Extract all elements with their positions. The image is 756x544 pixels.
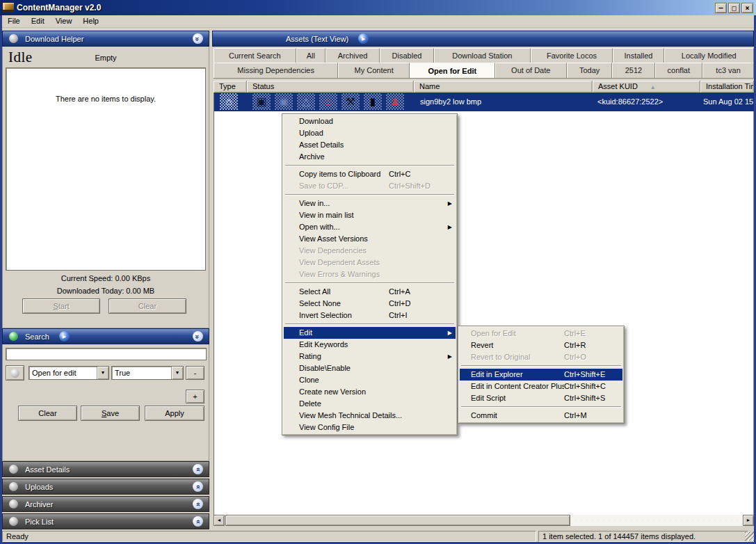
menu-item-disable-enable[interactable]: Disable\Enable (284, 362, 456, 374)
menu-item-edit-in-content-creator-plus[interactable]: Edit in Content Creator PlusCtrl+Shift+C (460, 381, 622, 392)
menu-help[interactable]: Help (77, 15, 104, 27)
menu-item-rating[interactable]: Rating▶ (284, 351, 456, 362)
search-apply-button[interactable]: Apply (145, 406, 204, 421)
menu-item-view-mesh-technical-details[interactable]: View Mesh Technical Details... (284, 410, 456, 422)
resize-grip[interactable] (745, 531, 754, 541)
menu-item-create-new-version[interactable]: Create new Version (284, 386, 456, 398)
run-view-icon[interactable] (358, 33, 369, 44)
menu-item-label: Save to CDP... (299, 180, 389, 192)
tab-all[interactable]: All (296, 48, 326, 63)
scroll-left-icon[interactable]: ◄ (214, 515, 225, 526)
menu-item-asset-details[interactable]: Asset Details (284, 139, 456, 151)
search-save-button[interactable]: Save (81, 406, 140, 421)
tab-installed[interactable]: Installed (613, 48, 663, 63)
chevron-up-icon[interactable] (193, 464, 203, 474)
tab-missing-dependencies[interactable]: Missing Dependencies (214, 63, 338, 78)
clear-downloads-button[interactable]: Clear (108, 298, 186, 314)
search-query-input[interactable] (6, 348, 207, 360)
submenu-arrow-icon: ▶ (448, 198, 452, 209)
column-header-name[interactable]: Name (414, 81, 593, 93)
tab-tc3-van[interactable]: tc3 van (702, 63, 754, 78)
chevron-up-icon[interactable] (193, 516, 203, 527)
menu-item-select-none[interactable]: Select NoneCtrl+D (284, 298, 456, 310)
maximize-button[interactable]: □ (728, 3, 740, 13)
tab-my-content[interactable]: My Content (338, 63, 410, 78)
statusbar: Ready 1 item selected. 1 of 144457 items… (2, 530, 754, 543)
menu-item-label: Disable\Enable (299, 362, 443, 374)
tab-conflat[interactable]: conflat (655, 63, 703, 78)
tab-favorite-locos[interactable]: Favorite Locos (531, 48, 613, 63)
tab-disabled[interactable]: Disabled (380, 48, 434, 63)
chevron-down-icon[interactable] (193, 33, 203, 44)
titlebar[interactable]: ContentManager v2.0 – □ × (0, 0, 756, 15)
menu-item-commit[interactable]: CommitCtrl+M (460, 410, 622, 422)
menu-item-download[interactable]: Download (284, 115, 456, 127)
chevron-down-icon[interactable]: ▼ (171, 367, 183, 379)
menu-item-open-with[interactable]: Open with...▶ (284, 221, 456, 233)
panel-header-uploads[interactable]: Uploads (2, 479, 209, 495)
chevron-up-icon[interactable] (193, 499, 203, 509)
tab-download-station[interactable]: Download Station (434, 48, 531, 63)
column-header-status[interactable]: Status (247, 81, 414, 93)
chevron-up-icon[interactable] (193, 481, 203, 492)
tab-2512[interactable]: 2512 (612, 63, 654, 78)
horizontal-scrollbar[interactable]: ◄ ► (214, 515, 754, 526)
menu-item-revert[interactable]: RevertCtrl+R (460, 339, 622, 351)
download-helper-header[interactable]: Download Helper (2, 31, 209, 47)
criteria-field-dropdown[interactable]: Open for edit ▼ (29, 366, 109, 380)
tab-out-of-date[interactable]: Out of Date (495, 63, 567, 78)
menu-item-edit[interactable]: Edit▶ (284, 327, 456, 339)
menu-file[interactable]: File (2, 15, 26, 27)
chevron-down-icon[interactable] (193, 331, 203, 342)
menu-item-view-in-main-list[interactable]: View in main list (284, 209, 456, 221)
menu-item-archive[interactable]: Archive (284, 151, 456, 163)
panel-title: Uploads (25, 483, 53, 491)
menu-item-view-asset-versions[interactable]: View Asset Versions (284, 233, 456, 245)
panel-header-pick-list[interactable]: Pick List (2, 513, 209, 529)
search-header[interactable]: Search (2, 328, 209, 344)
column-header-type[interactable]: Type (214, 81, 247, 93)
assets-header[interactable]: Assets (Text View) (212, 31, 754, 47)
download-queue-list[interactable]: There are no items to display. (6, 67, 206, 271)
menu-item-view-in[interactable]: View in...▶ (284, 198, 456, 209)
menu-item-delete[interactable]: Delete (284, 398, 456, 410)
tab-locally-modified[interactable]: Locally Modified (664, 48, 754, 63)
menu-item-upload[interactable]: Upload (284, 127, 456, 139)
menu-item-edit-in-explorer[interactable]: Edit in ExplorerCtrl+Shift+E (460, 369, 622, 381)
search-criteria-toggle[interactable] (6, 365, 24, 381)
close-button[interactable]: × (741, 3, 753, 13)
minimize-button[interactable]: – (715, 3, 727, 13)
panel-header-asset-details[interactable]: Asset Details (2, 461, 209, 477)
add-criteria-button[interactable]: + (186, 390, 204, 403)
run-search-icon[interactable] (59, 331, 70, 342)
scroll-right-icon[interactable]: ► (743, 515, 754, 526)
menu-edit[interactable]: Edit (26, 15, 50, 27)
tab-today[interactable]: Today (567, 63, 613, 78)
empty-list-message: There are no items to display. (6, 95, 205, 103)
tab-archived[interactable]: Archived (325, 48, 380, 63)
panel-title: Pick List (25, 518, 54, 526)
menu-item-edit-script[interactable]: Edit ScriptCtrl+Shift+S (460, 392, 622, 404)
tab-open-for-edit[interactable]: Open for Edit (410, 63, 495, 78)
panel-header-archiver[interactable]: Archiver (2, 496, 209, 512)
menu-item-copy-items-to-clipboard[interactable]: Copy items to ClipboardCtrl+C (284, 168, 456, 180)
menu-item-select-all[interactable]: Select AllCtrl+A (284, 286, 456, 298)
start-button[interactable]: Start (22, 298, 100, 314)
menu-item-clone[interactable]: Clone (284, 374, 456, 386)
remove-criteria-button[interactable]: - (186, 366, 204, 380)
menu-view[interactable]: View (50, 15, 78, 27)
tab-current-search[interactable]: Current Search (214, 48, 296, 63)
menu-item-invert-selection[interactable]: Invert SelectionCtrl+I (284, 310, 456, 321)
column-header-asset-kuid[interactable]: Asset KUID▲ (593, 81, 700, 93)
selected-asset-row[interactable]: sign9by2 low bmp <kuid:86627:2522> Sun A… (214, 93, 755, 111)
search-panel: Open for edit ▼ True ▼ - + Clear Save Ap… (2, 344, 209, 461)
criteria-value-dropdown[interactable]: True ▼ (111, 366, 184, 380)
chevron-down-icon[interactable]: ▼ (97, 367, 108, 379)
column-header-installation-time[interactable]: Installation Time (700, 81, 754, 93)
tab-row-2: Missing DependenciesMy ContentOpen for E… (214, 63, 754, 79)
scrollbar-thumb[interactable] (225, 515, 570, 526)
menu-item-view-config-file[interactable]: View Config File (284, 422, 456, 433)
menu-item-edit-keywords[interactable]: Edit Keywords (284, 339, 456, 351)
search-clear-button[interactable]: Clear (18, 406, 77, 421)
menu-item-label: Select All (299, 286, 389, 298)
